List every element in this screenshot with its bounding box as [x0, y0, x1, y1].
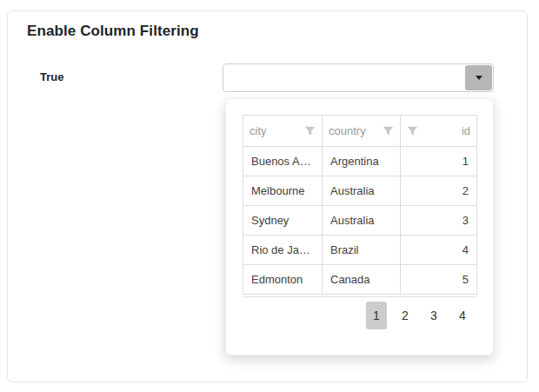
filter-funnel-icon[interactable]	[383, 125, 394, 136]
table-row[interactable]: Buenos A… Argentina 1	[243, 147, 477, 176]
page-button-1[interactable]: 1	[366, 302, 387, 329]
cell-id[interactable]: 4	[401, 236, 477, 265]
pagination: 1 2 3 4	[366, 302, 473, 329]
card-title: Enable Column Filtering	[27, 23, 199, 40]
cell-city[interactable]: Melbourne	[243, 176, 323, 206]
column-label: city	[250, 124, 299, 137]
cell-id[interactable]: 3	[401, 206, 477, 236]
pager-divider	[243, 296, 476, 297]
column-header-id[interactable]: id	[401, 116, 477, 147]
page-button-2[interactable]: 2	[395, 302, 416, 329]
column-label: id	[423, 124, 470, 137]
table-row[interactable]: Sydney Australia 3	[243, 206, 477, 236]
cell-country[interactable]: Canada	[323, 265, 401, 295]
caret-down-icon	[476, 76, 482, 80]
column-header-city[interactable]: city	[243, 116, 323, 147]
cell-country[interactable]: Brazil	[323, 236, 401, 265]
table-row[interactable]: Melbourne Australia 2	[243, 176, 477, 206]
cell-country[interactable]: Australia	[323, 176, 401, 206]
settings-card: Enable Column Filtering True city	[7, 10, 528, 382]
filter-funnel-icon[interactable]	[407, 125, 418, 136]
page-button-3[interactable]: 3	[423, 302, 444, 329]
filtering-state-label: True	[40, 70, 63, 83]
grid-combobox[interactable]	[223, 63, 494, 92]
cell-id[interactable]: 2	[401, 176, 477, 206]
cell-id[interactable]: 1	[401, 147, 477, 176]
cell-city[interactable]: Rio de Ja…	[243, 236, 323, 265]
page-button-4[interactable]: 4	[452, 302, 473, 329]
column-label: country	[329, 124, 377, 137]
cell-country[interactable]: Australia	[323, 206, 401, 236]
cell-id[interactable]: 5	[401, 265, 477, 295]
cell-city[interactable]: Edmonton	[243, 265, 323, 295]
cell-country[interactable]: Argentina	[323, 147, 401, 176]
table-row[interactable]: Rio de Ja… Brazil 4	[243, 236, 477, 265]
cell-city[interactable]: Sydney	[243, 206, 323, 236]
dropdown-panel: city country	[225, 98, 494, 355]
header-row: city country	[243, 116, 477, 147]
combo-input[interactable]	[223, 64, 463, 91]
table-row[interactable]: Edmonton Canada 5	[243, 265, 477, 295]
filter-funnel-icon[interactable]	[304, 125, 316, 136]
cell-city[interactable]: Buenos A…	[243, 147, 323, 176]
dropdown-toggle-button[interactable]	[465, 65, 492, 90]
column-header-country[interactable]: country	[323, 116, 401, 147]
page: Enable Column Filtering True city	[0, 0, 539, 392]
data-grid: city country	[243, 115, 477, 295]
